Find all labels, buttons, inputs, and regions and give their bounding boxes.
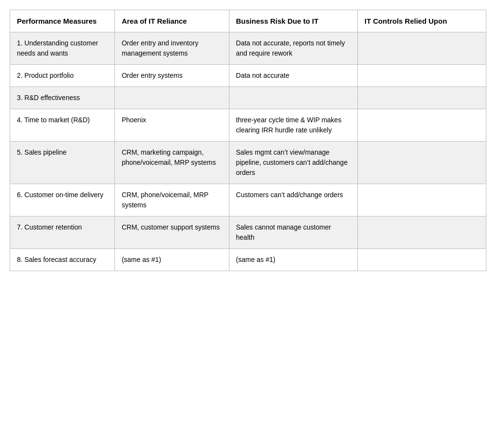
cell-row5-col2: CRM, marketing campaign, phone/voicemail… — [114, 142, 229, 184]
cell-row7-col4 — [357, 217, 486, 249]
cell-row8-col1: 8. Sales forecast accuracy — [10, 249, 115, 271]
cell-row5-col3: Sales mgmt can’t view/manage pipeline, c… — [229, 142, 357, 184]
header-it-controls: IT Controls Relied Upon — [357, 10, 486, 32]
cell-row6-col1: 6. Customer on-time delivery — [10, 184, 115, 217]
table-row: 6. Customer on-time deliveryCRM, phone/v… — [10, 184, 486, 217]
table-row: 1. Understanding customer needs and want… — [10, 32, 486, 65]
cell-row4-col2: Phoenix — [114, 109, 229, 142]
header-area-it-reliance: Area of IT Reliance — [114, 10, 229, 32]
header-performance-measures: Performance Measures — [10, 10, 115, 32]
cell-row4-col1: 4. Time to market (R&D) — [10, 109, 115, 142]
cell-row4-col4 — [357, 109, 486, 142]
cell-row1-col4 — [357, 32, 486, 65]
cell-row7-col1: 7. Customer retention — [10, 217, 115, 249]
table-row: 2. Product portfolioOrder entry systemsD… — [10, 65, 486, 87]
cell-row1-col3: Data not accurate, reports not timely an… — [229, 32, 357, 65]
cell-row3-col4 — [357, 87, 486, 109]
cell-row6-col4 — [357, 184, 486, 217]
cell-row3-col1: 3. R&D effectiveness — [10, 87, 115, 109]
cell-row4-col3: three-year cycle time & WIP makes cleari… — [229, 109, 357, 142]
cell-row5-col1: 5. Sales pipeline — [10, 142, 115, 184]
cell-row7-col2: CRM, customer support systems — [114, 217, 229, 249]
cell-row2-col1: 2. Product portfolio — [10, 65, 115, 87]
table-row: 3. R&D effectiveness — [10, 87, 486, 109]
header-row: Performance Measures Area of IT Reliance… — [10, 10, 486, 32]
table-row: 5. Sales pipelineCRM, marketing campaign… — [10, 142, 486, 184]
header-business-risk: Business Risk Due to IT — [229, 10, 357, 32]
cell-row2-col3: Data not accurate — [229, 65, 357, 87]
cell-row3-col3 — [229, 87, 357, 109]
cell-row8-col2: (same as #1) — [114, 249, 229, 271]
table-row: 4. Time to market (R&D)Phoenixthree-year… — [10, 109, 486, 142]
main-table-container: Performance Measures Area of IT Reliance… — [10, 10, 486, 271]
cell-row6-col2: CRM, phone/voicemail, MRP systems — [114, 184, 229, 217]
cell-row1-col1: 1. Understanding customer needs and want… — [10, 32, 115, 65]
performance-measures-table: Performance Measures Area of IT Reliance… — [10, 10, 486, 271]
cell-row8-col4 — [357, 249, 486, 271]
cell-row2-col2: Order entry systems — [114, 65, 229, 87]
cell-row5-col4 — [357, 142, 486, 184]
table-row: 8. Sales forecast accuracy(same as #1)(s… — [10, 249, 486, 271]
cell-row1-col2: Order entry and inventory management sys… — [114, 32, 229, 65]
cell-row3-col2 — [114, 87, 229, 109]
cell-row6-col3: Customers can’t add/change orders — [229, 184, 357, 217]
cell-row7-col3: Sales cannot manage customer health — [229, 217, 357, 249]
cell-row2-col4 — [357, 65, 486, 87]
table-row: 7. Customer retentionCRM, customer suppo… — [10, 217, 486, 249]
cell-row8-col3: (same as #1) — [229, 249, 357, 271]
